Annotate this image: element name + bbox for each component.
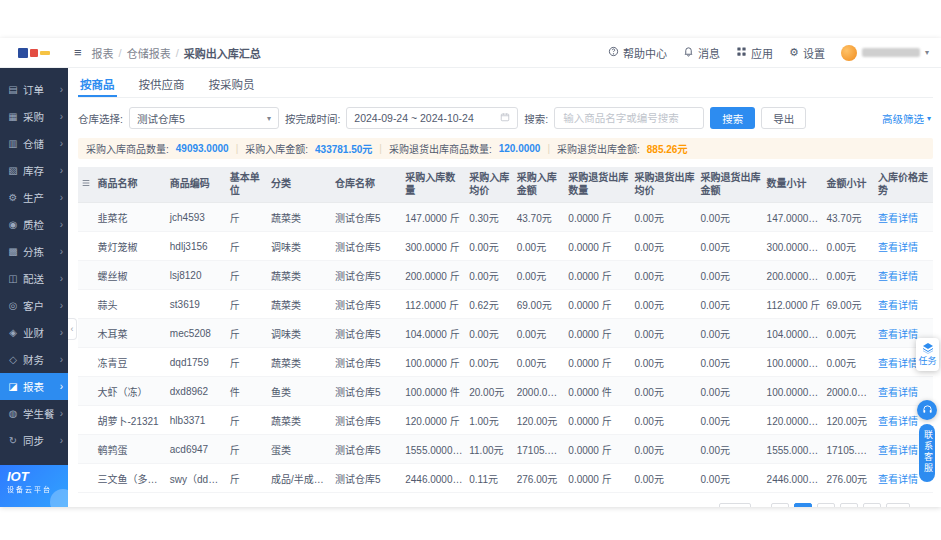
settings-button[interactable]: ⚙ 设置	[789, 45, 825, 61]
cell-return-outbound-amount: 0.00元	[698, 203, 764, 232]
view-details-link[interactable]: 查看详情	[878, 213, 918, 224]
sidebar-item-label: 库存	[23, 163, 44, 178]
page-size-select[interactable]: 10 ▾	[719, 503, 751, 507]
chevron-right-icon: ›	[60, 84, 63, 95]
sidebar-item-同步[interactable]: ↻同步›	[0, 427, 68, 454]
view-details-link[interactable]: 查看详情	[878, 445, 918, 456]
user-name-redacted	[862, 48, 920, 57]
cell-return-outbound-qty: 0.0000 斤	[565, 232, 631, 261]
page-button-3[interactable]: 3	[840, 503, 858, 507]
cell-category: 鱼类	[268, 377, 332, 406]
chevron-right-icon: ›	[60, 138, 63, 149]
column-header-采购退货出库金额: 采购退货出库金额	[698, 167, 764, 203]
sidebar-item-库存[interactable]: ▧库存›	[0, 157, 68, 184]
cell-product-name: 蒜头	[95, 290, 167, 319]
summary-label: 采购退货出库商品数量:	[389, 141, 492, 156]
help-center-button[interactable]: 帮助中心	[608, 45, 667, 61]
warehouse-icon: ▥	[7, 138, 19, 149]
pagination: 共27条记录，每页 10 ▾ 条 ‹ 123 › /3页	[78, 503, 933, 507]
page-button-1[interactable]: 1	[794, 503, 812, 507]
cell-base-unit: 斤	[227, 435, 268, 464]
column-settings-icon[interactable]	[78, 167, 95, 203]
sidebar-item-报表[interactable]: ◪报表›	[0, 373, 68, 400]
chevron-right-icon: ›	[60, 111, 63, 122]
contact-service-button[interactable]: 联系客服	[919, 424, 935, 482]
sidebar-item-客户[interactable]: ◎客户›	[0, 292, 68, 319]
view-details-link[interactable]: 查看详情	[878, 387, 918, 398]
search-input[interactable]	[554, 107, 704, 129]
menu-collapse-icon[interactable]: ≡	[74, 45, 82, 60]
export-button[interactable]: 导出	[761, 107, 806, 129]
tab-按供应商[interactable]: 按供应商	[137, 72, 187, 97]
cell-return-outbound-avg-price: 0.00元	[631, 464, 697, 493]
sidebar-item-生产[interactable]: ⚙生产›	[0, 184, 68, 211]
sidebar-item-质检[interactable]: ◉质检›	[0, 211, 68, 238]
sidebar-item-采购[interactable]: ▦采购›	[0, 103, 68, 130]
logo-blue-square	[18, 48, 28, 58]
sidebar-collapse-handle[interactable]: ‹	[68, 318, 77, 340]
top-bar: ≡ 报表 / 仓储报表 / 采购出入库汇总 帮助中心 消息 应用 ⚙ 设置	[0, 38, 941, 68]
prev-page-button[interactable]: ‹	[771, 503, 789, 507]
view-details-link[interactable]: 查看详情	[878, 300, 918, 311]
sidebar-item-业财[interactable]: ◈业财›	[0, 319, 68, 346]
sidebar-item-分拣[interactable]: ▩分拣›	[0, 238, 68, 265]
cell-inbound-avg-price: 0.00元	[466, 261, 514, 290]
table-row: 大虾（冻）dxd8962件鱼类测试仓库5100.0000 件20.00元2000…	[78, 377, 933, 406]
cell-inbound-amount: 0.00元	[514, 261, 566, 290]
cell-base-unit: 斤	[227, 232, 268, 261]
cell-qty-subtotal: 2446.0000 斤	[764, 464, 824, 493]
cell-return-outbound-qty: 0.0000 斤	[565, 435, 631, 464]
purchase-icon: ▦	[7, 111, 19, 122]
customer-service-button[interactable]	[917, 400, 937, 420]
cell-return-outbound-avg-price: 0.00元	[631, 319, 697, 348]
cell-return-outbound-amount: 0.00元	[698, 348, 764, 377]
tab-按商品[interactable]: 按商品	[78, 72, 117, 97]
cell-return-outbound-avg-price: 0.00元	[631, 406, 697, 435]
tasks-float-button[interactable]: 任务	[916, 338, 939, 371]
chevron-right-icon: ›	[60, 192, 63, 203]
sidebar-item-label: 财务	[23, 352, 44, 367]
sidebar-item-label: 报表	[23, 379, 44, 394]
view-details-link[interactable]: 查看详情	[878, 271, 918, 282]
tab-按采购员[interactable]: 按采购员	[207, 72, 257, 97]
sidebar-item-学生餐[interactable]: ◍学生餐›	[0, 400, 68, 427]
view-details-link[interactable]: 查看详情	[878, 474, 918, 485]
view-details-link[interactable]: 查看详情	[878, 358, 918, 369]
cell-inbound-avg-price: 0.30元	[466, 203, 514, 232]
view-details-link[interactable]: 查看详情	[878, 242, 918, 253]
cell-category: 调味类	[268, 232, 332, 261]
date-range-picker[interactable]: 2024-09-24 ~ 2024-10-24	[346, 107, 518, 129]
breadcrumb-item[interactable]: 报表	[92, 45, 114, 61]
view-details-link[interactable]: 查看详情	[878, 329, 918, 340]
breadcrumb: 报表 / 仓储报表 / 采购出入库汇总	[92, 45, 261, 61]
user-menu[interactable]: ▾	[841, 45, 929, 61]
page-button-2[interactable]: 2	[817, 503, 835, 507]
cell-base-unit: 斤	[227, 348, 268, 377]
table-row: 螺丝椒lsj8120斤蔬菜类测试仓库5200.0000 斤0.00元0.00元0…	[78, 261, 933, 290]
sidebar-item-财务[interactable]: ◇财务›	[0, 346, 68, 373]
sidebar-item-仓储[interactable]: ▥仓储›	[0, 130, 68, 157]
breadcrumb-item[interactable]: 仓储报表	[127, 45, 171, 61]
search-button[interactable]: 搜索	[710, 107, 755, 129]
messages-button[interactable]: 消息	[683, 45, 720, 61]
apps-button[interactable]: 应用	[736, 45, 773, 61]
chevron-down-icon: ▾	[927, 114, 931, 123]
row-lead-cell	[78, 261, 95, 290]
row-lead-cell	[78, 435, 95, 464]
chevron-right-icon: ›	[60, 354, 63, 365]
cell-inbound-qty: 1555.0000 斤	[402, 435, 466, 464]
cell-category: 成品/半成品/成品	[268, 464, 332, 493]
logo-red-square	[30, 49, 38, 57]
app-logo[interactable]	[0, 38, 68, 67]
next-page-button[interactable]: ›	[863, 503, 881, 507]
view-details-link[interactable]: 查看详情	[878, 416, 918, 427]
column-header-采购退货出库数量: 采购退货出库数量	[565, 167, 631, 203]
sorting-icon: ▩	[7, 246, 19, 257]
cell-amount-subtotal: 0.00元	[823, 319, 875, 348]
cell-amount-subtotal: 0.00元	[823, 232, 875, 261]
advanced-filter-toggle[interactable]: 高级筛选 ▾	[882, 111, 933, 126]
warehouse-select[interactable]: 测试仓库5 ▾	[129, 107, 279, 129]
sidebar-item-配送[interactable]: ◫配送›	[0, 265, 68, 292]
page-jump-input[interactable]	[886, 503, 910, 507]
sidebar-item-订单[interactable]: ▤订单›	[0, 76, 68, 103]
